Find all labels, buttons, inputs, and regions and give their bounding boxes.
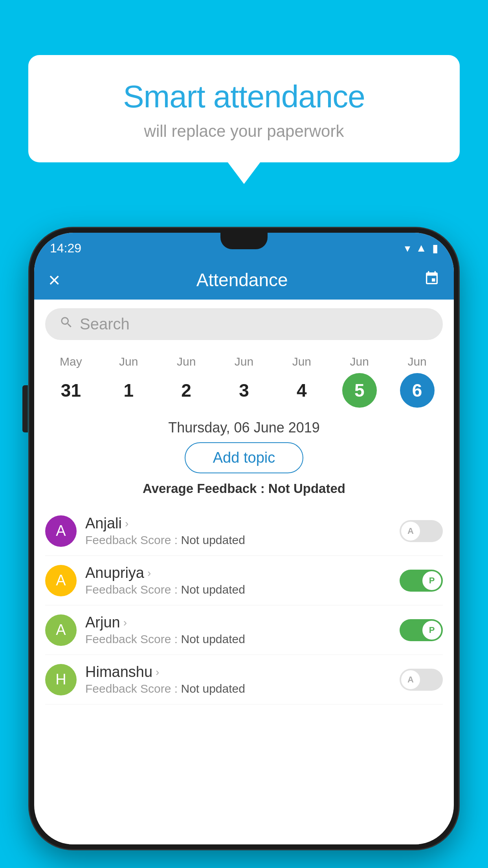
add-topic-button[interactable]: Add topic — [185, 442, 303, 473]
header-title: Attendance — [196, 269, 288, 291]
selected-date: Thursday, 06 June 2019 — [34, 408, 454, 442]
wifi-icon: ▾ — [405, 242, 410, 255]
avatar-anjali: A — [45, 515, 77, 547]
bubble-subtitle: will replace your paperwork — [52, 122, 436, 141]
status-icons: ▾ ▲ ▮ — [405, 242, 438, 255]
student-item-anupriya[interactable]: A Anupriya › Feedback Score : Not update… — [45, 556, 443, 605]
toggle-arjun[interactable]: P — [400, 619, 443, 641]
toggle-himanshu[interactable]: A — [400, 669, 443, 691]
calendar-icon[interactable] — [424, 270, 440, 290]
student-list: A Anjali › Feedback Score : Not updated … — [34, 506, 454, 704]
student-name-anupriya: Anupriya › — [85, 565, 391, 581]
signal-icon: ▲ — [416, 242, 427, 254]
avg-feedback: Average Feedback : Not Updated — [34, 481, 454, 496]
search-placeholder: Search — [80, 315, 130, 333]
cal-day-jun1[interactable]: Jun 1 — [100, 355, 158, 408]
student-feedback-arjun: Feedback Score : Not updated — [85, 633, 391, 646]
phone-screen: 14:29 ▾ ▲ ▮ × Attendance — [34, 233, 454, 844]
student-feedback-anjali: Feedback Score : Not updated — [85, 533, 391, 547]
avatar-anupriya: A — [45, 565, 77, 596]
chevron-right-icon: › — [125, 517, 128, 530]
app-header: × Attendance — [34, 260, 454, 300]
search-icon — [59, 315, 73, 333]
student-item-anjali[interactable]: A Anjali › Feedback Score : Not updated … — [45, 506, 443, 556]
phone-outer: 14:29 ▾ ▲ ▮ × Attendance — [29, 228, 459, 868]
bottom-fade — [34, 797, 454, 844]
chevron-right-icon: › — [147, 567, 151, 579]
student-item-arjun[interactable]: A Arjun › Feedback Score : Not updated P — [45, 605, 443, 655]
student-info-himanshu: Himanshu › Feedback Score : Not updated — [85, 664, 391, 695]
avatar-arjun: A — [45, 614, 77, 646]
student-info-arjun: Arjun › Feedback Score : Not updated — [85, 614, 391, 646]
toggle-anjali[interactable]: A — [400, 520, 443, 542]
student-name-himanshu: Himanshu › — [85, 664, 391, 680]
student-feedback-himanshu: Feedback Score : Not updated — [85, 682, 391, 695]
cal-day-jun3[interactable]: Jun 3 — [215, 355, 273, 408]
student-feedback-anupriya: Feedback Score : Not updated — [85, 583, 391, 596]
cal-day-may31[interactable]: May 31 — [42, 355, 100, 408]
speech-bubble-container: Smart attendance will replace your paper… — [28, 55, 460, 162]
notch — [220, 233, 268, 249]
avg-feedback-label: Average Feedback : — [143, 481, 268, 496]
speech-bubble: Smart attendance will replace your paper… — [28, 55, 460, 162]
avg-feedback-value: Not Updated — [268, 481, 345, 496]
battery-icon: ▮ — [432, 242, 438, 255]
student-name-arjun: Arjun › — [85, 614, 391, 631]
chevron-right-icon: › — [156, 666, 159, 679]
student-info-anupriya: Anupriya › Feedback Score : Not updated — [85, 565, 391, 596]
cal-day-jun6[interactable]: Jun 6 — [388, 355, 446, 408]
status-time: 14:29 — [50, 241, 81, 256]
bubble-title: Smart attendance — [52, 79, 436, 115]
phone-frame: 14:29 ▾ ▲ ▮ × Attendance — [29, 228, 459, 849]
calendar-strip: May 31 Jun 1 Jun 2 Jun 3 Jun 4 — [34, 349, 454, 408]
toggle-anupriya[interactable]: P — [400, 570, 443, 592]
student-item-himanshu[interactable]: H Himanshu › Feedback Score : Not update… — [45, 655, 443, 704]
cal-day-jun2[interactable]: Jun 2 — [158, 355, 215, 408]
chevron-right-icon: › — [123, 616, 127, 629]
avatar-himanshu: H — [45, 664, 77, 695]
search-bar[interactable]: Search — [45, 308, 443, 340]
cal-day-jun4[interactable]: Jun 4 — [273, 355, 330, 408]
student-info-anjali: Anjali › Feedback Score : Not updated — [85, 515, 391, 547]
cal-day-jun5[interactable]: Jun 5 — [330, 355, 388, 408]
student-name-anjali: Anjali › — [85, 515, 391, 532]
close-button[interactable]: × — [48, 270, 60, 290]
